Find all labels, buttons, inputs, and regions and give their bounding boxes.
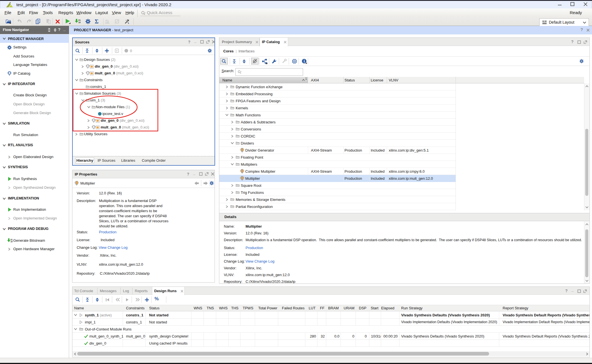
svg-text:?: ? [116,50,117,52]
svg-text:01: 01 [10,239,13,241]
svg-text:10: 10 [78,21,81,23]
svg-text:10: 10 [10,241,13,243]
svg-text:01: 01 [78,19,81,21]
